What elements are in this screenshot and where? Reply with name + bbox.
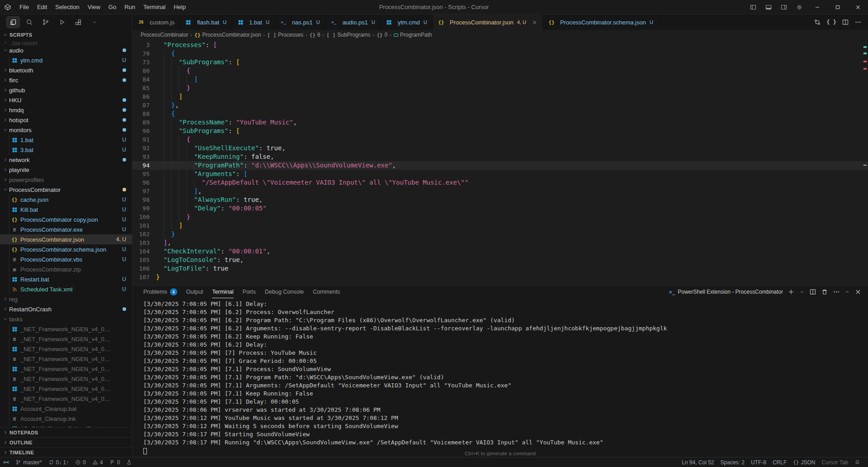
- split-editor-icon[interactable]: [842, 19, 849, 26]
- tree-file--net-framework-ngen-v4-0-30319-bat[interactable]: _NET_Framework_NGEN_v4_0_30319.bat: [0, 384, 132, 394]
- minimize-button[interactable]: [807, 0, 827, 14]
- tree-file--net-framework-ngen-v4-0-30319-64-lnk[interactable]: ≡_NET_Framework_NGEN_v4_0_30319_64.lnk: [0, 354, 132, 364]
- status-cursor-tab[interactable]: Cursor Tab: [819, 457, 851, 467]
- tree-file-restart-bat[interactable]: Restart.batU: [0, 274, 132, 284]
- menu-view[interactable]: View: [84, 0, 104, 14]
- code-line-105[interactable]: 105 "LogToConsole": true,: [132, 256, 868, 264]
- tab-flash-bat[interactable]: flash.batU: [180, 14, 232, 30]
- status-crlf[interactable]: CRLF: [769, 457, 790, 467]
- breadcrumb-item[interactable]: {}0: [377, 32, 387, 38]
- close-tab-icon[interactable]: [532, 19, 538, 25]
- menu-help[interactable]: Help: [170, 0, 190, 14]
- tree-file--net-framework-ngen-v4-0-30319-64-bat[interactable]: _NET_Framework_NGEN_v4_0_30319_64.bat: [0, 344, 132, 354]
- tree-folder-hotspot[interactable]: hotspot: [0, 115, 132, 125]
- tree-folder-monitors[interactable]: monitors: [0, 125, 132, 135]
- code-line-107[interactable]: 107}: [132, 273, 868, 281]
- more-chevron-icon[interactable]: [88, 16, 101, 28]
- tree-file--net-framework-ngen-v4-0-30319-criti-[interactable]: _NET_Framework_NGEN_v4_0_30319_Criti...: [0, 364, 132, 374]
- code-line-100[interactable]: 100 }: [132, 213, 868, 221]
- run-debug-icon[interactable]: [55, 16, 69, 28]
- code-line-98[interactable]: 98 "AlwaysRun": true,: [132, 195, 868, 204]
- code-line-93[interactable]: 93 "KeepRunning": false,: [132, 152, 868, 161]
- tree-folder-restartoncrash[interactable]: RestartOnCrash: [0, 304, 132, 314]
- menu-selection[interactable]: Selection: [51, 0, 83, 14]
- code-line-101[interactable]: 101 ]: [132, 221, 868, 230]
- status-utf-8[interactable]: UTF-8: [748, 457, 769, 467]
- breadcrumb-item[interactable]: [ ]Processes: [267, 32, 303, 38]
- tree-file-3-bat[interactable]: 3.batU: [0, 145, 132, 155]
- code-line-80[interactable]: 80 {: [132, 67, 868, 75]
- tree-folder-playnite[interactable]: playnite: [0, 165, 132, 175]
- code-line-88[interactable]: 88 {: [132, 110, 868, 118]
- terminal-instance-label[interactable]: >_ PowerShell Extension - ProcessCombina…: [669, 289, 783, 295]
- status-spaces-2[interactable]: Spaces: 2: [717, 457, 748, 467]
- status-warn[interactable]: 4: [89, 457, 106, 467]
- tree-folder--big-report[interactable]: ..big-report: [0, 40, 132, 45]
- terminal-dropdown-icon[interactable]: [799, 289, 805, 295]
- status-ln-94-col-52[interactable]: Ln 94, Col 52: [679, 457, 717, 467]
- breadcrumb-item[interactable]: ProgramPath: [394, 32, 432, 38]
- section-header-outline[interactable]: OUTLINE: [0, 437, 132, 447]
- tree-file-kill-bat[interactable]: Kill.batU: [0, 205, 132, 214]
- json-outline-icon[interactable]: { }: [826, 19, 836, 25]
- source-control-icon[interactable]: [39, 16, 52, 28]
- tree-file-processcombinator-vbs[interactable]: ≡ProcessCombinator.vbsU: [0, 254, 132, 264]
- tree-folder-processcombinator[interactable]: ProcessCombinator: [0, 185, 132, 195]
- tab-processcombinator-schema-json[interactable]: {}ProcessCombinator.schema.jsonU: [543, 14, 659, 30]
- tree-file-processcombinator-zip[interactable]: ▣ProcessCombinator.zip: [0, 264, 132, 274]
- layout-secondary-sidebar-icon[interactable]: [776, 0, 792, 14]
- tree-file-processcombinator-copy-json[interactable]: {}ProcessCombinator copy.jsonU: [0, 214, 132, 224]
- code-editor[interactable]: 3 "Processes": [70 {73 "SubPrograms": [8…: [132, 40, 868, 285]
- tree-file-cache-json[interactable]: {}cache.jsonU: [0, 195, 132, 205]
- section-header-notepads[interactable]: NOTEPADS: [0, 427, 132, 437]
- breadcrumb-item[interactable]: [ ]SubPrograms: [326, 32, 370, 38]
- compare-changes-icon[interactable]: [814, 19, 821, 26]
- close-panel-icon[interactable]: [854, 288, 862, 295]
- status-remote[interactable]: ><: [0, 457, 12, 467]
- status-sync[interactable]: 0↓ 1↑: [45, 457, 72, 467]
- code-line-95[interactable]: 95 "Arguments": [: [132, 170, 868, 178]
- tab-processcombinator-json[interactable]: {}ProcessCombinator.json4, U: [433, 14, 543, 30]
- split-terminal-icon[interactable]: [809, 288, 816, 295]
- tree-file-account-cleanup-lnk[interactable]: ≡Account_Cleanup.lnk: [0, 414, 132, 424]
- panel-more-icon[interactable]: [833, 288, 840, 295]
- menu-file[interactable]: File: [15, 0, 33, 14]
- code-line-85[interactable]: 85 }: [132, 84, 868, 92]
- tree-folder-flirc[interactable]: flirc: [0, 75, 132, 85]
- menu-run[interactable]: Run: [120, 0, 139, 14]
- tree-file-processcombinator-schema-json[interactable]: {}ProcessCombinator.schema.jsonU: [0, 244, 132, 254]
- tree-file-processcombinator-json[interactable]: {}ProcessCombinator.json4, U: [0, 234, 132, 244]
- tree-file--net-framework-ngen-v4-0-30319-64-c-[interactable]: ≡_NET_Framework_NGEN_v4_0_30319_64_C...: [0, 334, 132, 344]
- breadcrumb-item[interactable]: {}ProcessCombinator.json: [194, 32, 261, 38]
- panel-tab-problems[interactable]: Problems4: [143, 286, 177, 298]
- tab-nas-ps1[interactable]: >_nas.ps1U: [275, 14, 326, 30]
- tree-folder-bluetooth[interactable]: bluetooth: [0, 65, 132, 75]
- panel-tab-ports[interactable]: Ports: [243, 286, 256, 298]
- code-line-84[interactable]: 84 ]: [132, 75, 868, 84]
- layout-panel-icon[interactable]: [761, 0, 776, 14]
- code-line-91[interactable]: 91 {: [132, 135, 868, 144]
- code-line-99[interactable]: 99 "Delay": "00:00:05": [132, 204, 868, 213]
- code-line-73[interactable]: 73 "SubPrograms": [: [132, 58, 868, 67]
- tree-file-processcombinator-exe[interactable]: ≡ProcessCombinator.exeU: [0, 224, 132, 234]
- status-beaker[interactable]: [123, 457, 135, 467]
- code-line-106[interactable]: 106 "LogToFile": true: [132, 264, 868, 273]
- tree-file-1-bat[interactable]: 1.batU: [0, 135, 132, 145]
- tree-folder-powerprofiles[interactable]: powerprofiles: [0, 175, 132, 185]
- breadcrumb-item[interactable]: ProcessCombinator: [141, 32, 188, 38]
- tree-folder-hku[interactable]: HKU: [0, 95, 132, 105]
- panel-tab-comments[interactable]: Comments: [313, 286, 340, 298]
- code-line-96[interactable]: 96 "/SetAppDefault \"Voicemeeter VAIO3 I…: [132, 178, 868, 187]
- menu-terminal[interactable]: Terminal: [139, 0, 170, 14]
- maximize-button[interactable]: [827, 0, 848, 14]
- status-branch[interactable]: master*: [12, 457, 45, 467]
- settings-gear-icon[interactable]: [792, 0, 807, 14]
- new-terminal-icon[interactable]: [788, 288, 795, 295]
- tree-folder-tasks[interactable]: tasks: [0, 314, 132, 324]
- tree-folder-network[interactable]: network: [0, 155, 132, 165]
- menu-go[interactable]: Go: [104, 0, 120, 14]
- tab-custom-js[interactable]: JScustom.js: [132, 14, 180, 30]
- code-line-102[interactable]: 102 }: [132, 230, 868, 238]
- terminal-output[interactable]: [3/30/2025 7:08:05 PM] [6.1] Delay:[3/30…: [132, 298, 868, 457]
- tab-audio-ps1[interactable]: >_audio.ps1U: [325, 14, 380, 30]
